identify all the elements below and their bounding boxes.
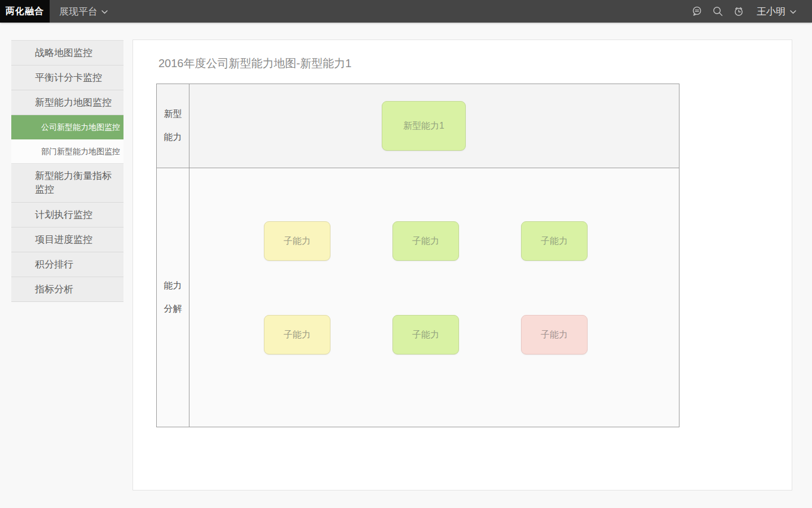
row-label-line: 新型	[164, 108, 182, 120]
sidebar-nav: 战略地图监控 平衡计分卡监控 新型能力地图监控 公司新型能力地图监控 部门新型能…	[11, 40, 123, 302]
sidebar-item-balanced-scorecard[interactable]: 平衡计分卡监控	[11, 65, 123, 90]
search-icon[interactable]	[712, 5, 724, 17]
sub-capability-node[interactable]: 子能力	[264, 221, 330, 261]
sidebar-item-strategy-map[interactable]: 战略地图监控	[11, 41, 123, 65]
capability-map-table: 新型 能力 新型能力1 能力 分解 子能力 子能力 子能力 子能力 子能力 子能…	[156, 84, 679, 427]
page-title: 2016年度公司新型能力地图-新型能力1	[158, 56, 351, 71]
app-logo: 两化融合	[0, 0, 50, 23]
sidebar-item-capability-map[interactable]: 新型能力地图监控	[11, 90, 123, 115]
row-label-line: 分解	[164, 303, 182, 315]
user-name: 王小明	[757, 5, 785, 18]
chevron-down-icon	[102, 6, 108, 17]
sub-capability-node[interactable]: 子能力	[521, 221, 588, 261]
capability-row-new-capability: 新型 能力 新型能力1	[157, 84, 679, 168]
sub-capability-node[interactable]: 子能力	[521, 315, 588, 354]
sub-capability-node[interactable]: 子能力	[392, 221, 459, 261]
platform-menu-label: 展现平台	[59, 5, 98, 18]
main-content-panel: 2016年度公司新型能力地图-新型能力1 新型 能力 新型能力1 能力 分解 子…	[133, 40, 792, 491]
row-label-line: 能力	[164, 132, 182, 143]
chevron-down-icon	[790, 6, 796, 17]
sidebar-subitem-company-capability-map[interactable]: 公司新型能力地图监控	[11, 115, 123, 139]
row-label-line: 能力	[164, 280, 182, 292]
capability-node-main[interactable]: 新型能力1	[382, 101, 466, 151]
sub-capability-node[interactable]: 子能力	[392, 315, 459, 354]
row-label-decomposition: 能力 分解	[157, 168, 189, 427]
topbar-right-group: 王小明	[691, 5, 812, 18]
row-content-new-capability: 新型能力1	[189, 84, 679, 168]
sub-capability-node[interactable]: 子能力	[264, 315, 330, 354]
row-label-new-capability: 新型 能力	[157, 84, 189, 168]
sidebar-subitem-department-capability-map[interactable]: 部门新型能力地图监控	[11, 139, 123, 164]
sidebar-item-indicator-analysis[interactable]: 指标分析	[11, 277, 123, 302]
sidebar-item-plan-execution[interactable]: 计划执行监控	[11, 203, 123, 227]
alarm-clock-icon[interactable]	[732, 5, 745, 17]
capability-row-decomposition: 能力 分解 子能力 子能力 子能力 子能力 子能力 子能力	[157, 168, 679, 427]
platform-menu[interactable]: 展现平台	[59, 5, 108, 18]
top-bar: 两化融合 展现平台	[0, 0, 812, 23]
sidebar-item-capability-metrics[interactable]: 新型能力衡量指标监控	[11, 164, 123, 203]
row-content-decomposition: 子能力 子能力 子能力 子能力 子能力 子能力	[189, 168, 679, 427]
message-icon[interactable]	[691, 5, 703, 17]
user-menu[interactable]: 王小明	[757, 5, 796, 18]
sidebar-item-project-progress[interactable]: 项目进度监控	[11, 227, 123, 252]
sidebar-item-score-ranking[interactable]: 积分排行	[11, 252, 123, 277]
